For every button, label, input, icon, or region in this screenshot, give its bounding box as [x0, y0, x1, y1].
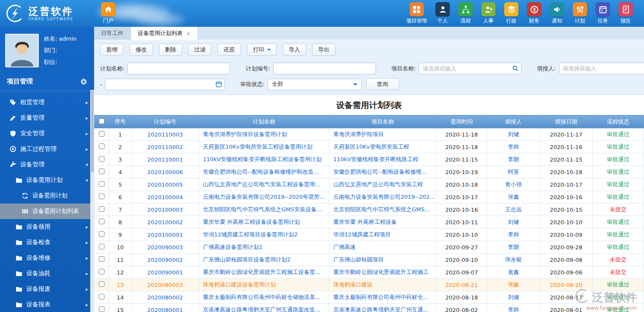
- reporter-link[interactable]: 李朗: [508, 244, 519, 250]
- project-name-link[interactable]: 华润12城房建工程项目: [333, 231, 391, 238]
- plan-name-link[interactable]: 华润12城房建工程项目设备需用计划2: [203, 231, 298, 238]
- plan-no-link[interactable]: 2020100005: [147, 181, 183, 188]
- toolbar-button[interactable]: 过滤: [188, 44, 212, 56]
- sidebar-menu-item[interactable]: 设备需用计划: [0, 188, 94, 204]
- toolbar-button[interactable]: 删除: [159, 44, 182, 56]
- reporter-link[interactable]: 李帅: [508, 306, 519, 312]
- reporter-input[interactable]: [559, 63, 644, 74]
- row-checkbox[interactable]: [99, 206, 104, 212]
- project-name-link[interactable]: 广东佛山碧桂园项目: [333, 256, 384, 263]
- reporter-link[interactable]: 张鑫: [508, 194, 519, 200]
- tab[interactable]: 日常工作: [94, 27, 131, 40]
- gear-icon[interactable]: [80, 78, 87, 85]
- plan-name-link[interactable]: 重庆华夏 外高桥工程设备设备需用计划: [203, 219, 300, 225]
- top-nav-item[interactable]: 财务: [527, 2, 541, 25]
- project-name-link[interactable]: 重庆市鹅岭公园绿化景观提升工程施工: [333, 269, 429, 275]
- plan-name-link[interactable]: 重庆市鹅岭公园绿化景观提升工程施工设备需...: [203, 269, 320, 275]
- sidebar-menu-item[interactable]: 租赁管理 ▸: [0, 95, 94, 110]
- plan-name-link[interactable]: 山西弘文房地产总公司电气安装工程设备需用...: [203, 181, 320, 188]
- sidebar-menu-item[interactable]: 质量管理 ▸: [0, 110, 94, 126]
- toolbar-button[interactable]: 新增: [100, 44, 123, 56]
- plan-name-link[interactable]: 北京朝阳区电气中芯特气系统之GMS安装设备...: [203, 206, 322, 213]
- sidebar-menu-item[interactable]: 设备管理 ▾: [0, 157, 94, 172]
- plan-no-link[interactable]: 2020100001: [147, 232, 183, 238]
- scrollbar-thumb[interactable]: [91, 90, 94, 172]
- plan-no-link[interactable]: 2020110001: [147, 156, 183, 163]
- reporter-link[interactable]: 刘健: [508, 219, 519, 225]
- sidebar-menu-item[interactable]: 安全管理 ▸: [0, 126, 94, 141]
- project-name-link[interactable]: 北京朝阳区电气中芯特气系统之GMS...: [333, 206, 430, 213]
- plan-no-link[interactable]: 2020110002: [147, 144, 183, 150]
- row-checkbox[interactable]: [99, 231, 104, 237]
- toolbar-button[interactable]: 还原: [218, 44, 241, 56]
- plan-name-link[interactable]: 安徽合肥供电公司--配电设备检修维护和改造...: [203, 169, 319, 175]
- row-checkbox[interactable]: [99, 156, 104, 162]
- sidebar-menu-item[interactable]: 设备维修 ▸: [0, 250, 94, 266]
- plan-name-input[interactable]: [127, 63, 230, 74]
- project-name-link[interactable]: 重庆太极制药有限公司亳州中药材仓...: [333, 294, 428, 300]
- plan-no-link[interactable]: 2020080003: [147, 282, 183, 288]
- top-nav-item[interactable]: 人事: [481, 2, 496, 25]
- toolbar-button[interactable]: 导入: [283, 44, 306, 56]
- project-name-link[interactable]: 青海洪湖养护院项目: [333, 131, 384, 137]
- reporter-link[interactable]: 张鑫: [508, 281, 519, 288]
- project-name-link[interactable]: 山西弘文房地产总公司电气安装工程: [333, 181, 423, 188]
- plan-no-link[interactable]: 2020090001: [147, 269, 183, 276]
- toolbar-button[interactable]: 导出: [312, 44, 335, 56]
- search-icon[interactable]: [512, 65, 519, 72]
- reporter-link[interactable]: 李朗: [508, 156, 519, 162]
- sidebar-menu-item[interactable]: 设备检查 ▸: [0, 235, 94, 250]
- plan-name-link[interactable]: 广东佛山碧桂园项目设备需用计划2: [203, 256, 290, 263]
- reporter-link[interactable]: 刘健: [508, 131, 519, 137]
- project-name-link[interactable]: 天府新区10Kv变电所安装工程: [333, 143, 409, 150]
- approve-status-select[interactable]: 全部: [268, 79, 362, 90]
- row-checkbox[interactable]: [99, 306, 104, 312]
- plan-name-link[interactable]: 广佛高速设备需用计划2: [203, 244, 262, 250]
- project-name-link[interactable]: 重庆华夏 外高桥工程设备: [333, 219, 397, 225]
- row-checkbox[interactable]: [99, 281, 104, 287]
- row-checkbox[interactable]: [99, 294, 104, 299]
- calendar-icon[interactable]: [215, 81, 222, 88]
- plan-name-link[interactable]: 京港澳高速公路粤境鹤关至广州互通路面改造...: [203, 306, 320, 312]
- top-nav-item[interactable]: 报告: [619, 2, 633, 25]
- toolbar-button[interactable]: 打印: [247, 44, 277, 56]
- top-nav-item[interactable]: 任务: [596, 2, 610, 25]
- reporter-link[interactable]: 李帅: [508, 231, 519, 238]
- reporter-link[interactable]: 张永银: [505, 256, 522, 263]
- plan-no-link[interactable]: 2020080001: [147, 307, 183, 312]
- reporter-link[interactable]: 柯英: [508, 169, 519, 175]
- row-checkbox[interactable]: [99, 131, 104, 137]
- select-all-checkbox[interactable]: [99, 118, 104, 124]
- sidebar-menu-item[interactable]: 施工过程管理 ▸: [0, 141, 94, 157]
- plan-name-link[interactable]: 云南电力设备安装有限公司2019--2020年度劳...: [203, 194, 325, 200]
- plan-no-link[interactable]: 2020080002: [147, 294, 183, 301]
- reporter-link[interactable]: 黄小强: [505, 181, 522, 188]
- row-checkbox[interactable]: [99, 194, 104, 199]
- project-name-link[interactable]: 安徽合肥供电公司--配电设备检修维...: [333, 169, 427, 175]
- sidebar-menu-item[interactable]: 设备油耗 ▸: [0, 266, 94, 281]
- plan-no-link[interactable]: 2020090003: [147, 244, 183, 251]
- sidebar-scrollbar[interactable]: [90, 90, 94, 312]
- row-checkbox[interactable]: [99, 244, 104, 249]
- plan-no-link[interactable]: 2020110003: [147, 131, 183, 138]
- plan-no-input[interactable]: [273, 63, 376, 74]
- row-checkbox[interactable]: [99, 143, 104, 149]
- project-name-link[interactable]: 云南电力设备安装有限公司2019--202...: [333, 194, 435, 200]
- plan-no-link[interactable]: 2020100004: [147, 194, 183, 201]
- project-name-link[interactable]: 广佛高速: [333, 244, 356, 250]
- top-nav-item[interactable]: 行政: [504, 2, 518, 25]
- close-icon[interactable]: ×: [186, 31, 191, 36]
- plan-no-link[interactable]: 2020100006: [147, 169, 183, 175]
- row-checkbox[interactable]: [99, 181, 104, 187]
- plan-no-link[interactable]: 2020090002: [147, 257, 183, 263]
- plan-name-link[interactable]: 110kV安徽线程集变开断线路工程设备需用计划: [203, 156, 322, 162]
- top-nav-item[interactable]: 通知: [550, 2, 564, 25]
- sidebar-menu-item[interactable]: 设备需用计划 ▾: [0, 172, 94, 188]
- plan-name-link[interactable]: 天府新区10Kv变电所安装工程设备需用计划: [203, 143, 313, 150]
- sidebar-menu-item[interactable]: 设备需用计划列表: [0, 204, 94, 219]
- top-nav-item[interactable]: 流程: [458, 2, 473, 25]
- plan-name-link[interactable]: 珠海鹤港口建设设备需用计划: [203, 281, 276, 288]
- row-checkbox[interactable]: [99, 169, 104, 174]
- row-checkbox[interactable]: [99, 256, 104, 262]
- plan-name-link[interactable]: 重庆太极制药有限公司亳州中药材仓储物流基...: [203, 294, 320, 300]
